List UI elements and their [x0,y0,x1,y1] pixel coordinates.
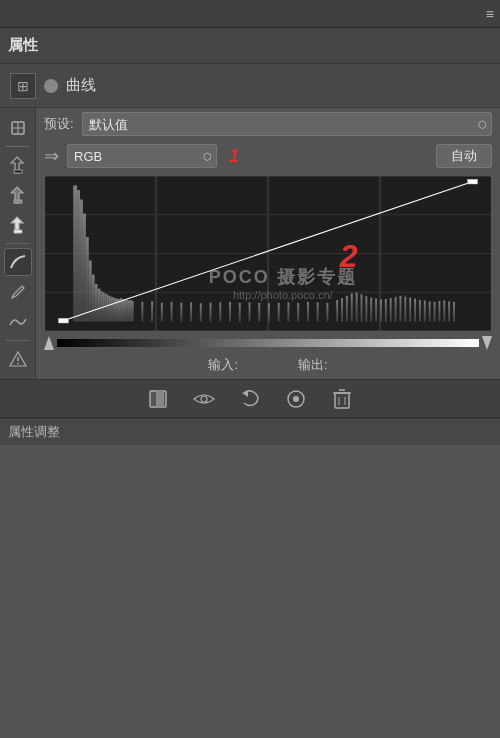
svg-rect-6 [14,200,22,203]
curves-adjustment-icon: ⊞ [10,73,36,99]
toolbar-divider-3 [6,340,30,341]
preset-select-wrapper: 默认值 自定义 线性 中等对比度 强对比度 ⬡ [82,112,492,136]
svg-rect-95 [156,391,164,407]
panel-menu-icon[interactable]: ≡ [486,6,494,22]
curve-line-svg [44,176,492,331]
properties-header: 属性 [0,28,500,64]
right-content: 预设: 默认值 自定义 线性 中等对比度 强对比度 ⬡ ⇒ RGB 红 绿 [36,108,500,379]
svg-rect-100 [335,393,349,408]
warning-tool-button[interactable] [4,345,32,373]
preset-select[interactable]: 默认值 自定义 线性 中等对比度 强对比度 [82,112,492,136]
properties-title: 属性 [8,36,38,55]
curves-header: ⊞ 曲线 [0,64,500,108]
main-area: 预设: 默认值 自定义 线性 中等对比度 强对比度 ⬡ ⇒ RGB 红 绿 [0,108,500,379]
channel-select[interactable]: RGB 红 绿 蓝 [67,144,217,168]
preset-label: 预设: [44,115,74,133]
eyedropper-gray-button[interactable] [4,181,32,209]
toolbar-divider-2 [6,243,30,244]
curve-tool-button[interactable] [4,248,32,276]
auto-button[interactable]: 自动 [436,144,492,168]
gradient-bar-container [44,335,492,351]
svg-point-12 [17,363,19,365]
eyedropper-white-button[interactable] [4,211,32,239]
svg-point-96 [201,396,207,402]
input-label: 输入: [208,356,238,374]
svg-rect-92 [59,318,69,323]
curves-dot [44,79,58,93]
output-label: 输出: [298,356,328,374]
bottom-toolbar [0,379,500,417]
svg-line-91 [63,182,472,321]
channel-arrow-icon: ⇒ [44,145,59,167]
undo-button[interactable] [236,385,264,413]
toolbar-divider-1 [6,146,30,147]
top-bar: ≡ [0,0,500,28]
gradient-handle-right[interactable] [482,336,492,350]
svg-point-99 [293,396,299,402]
eye-button[interactable] [190,385,218,413]
gradient-bar [56,338,480,348]
curve-container: 2 POCO 摄影专题 http://photo.poco.cn/ [44,176,492,331]
svg-rect-93 [468,179,478,184]
svg-rect-4 [14,170,22,173]
curves-title: 曲线 [66,76,96,95]
next-panel-title: 属性调整 [8,423,60,441]
channel-select-wrapper: RGB 红 绿 蓝 ⬡ [67,144,217,168]
add-mask-button[interactable] [144,385,172,413]
delete-button[interactable] [328,385,356,413]
gradient-handle-left[interactable] [44,336,54,350]
left-toolbar [0,108,36,379]
eyedropper-black-button[interactable] [4,151,32,179]
pointer-tool-button[interactable] [4,114,32,142]
visibility-toggle-button[interactable] [282,385,310,413]
rgb-row: ⇒ RGB 红 绿 蓝 ⬡ 1 自动 [36,140,500,172]
io-row: 输入: 输出: [36,351,500,379]
channel-number-label: 1 [229,146,239,167]
preset-row: 预设: 默认值 自定义 线性 中等对比度 强对比度 ⬡ [36,108,500,140]
smooth-tool-button[interactable] [4,308,32,336]
next-panel-header: 属性调整 [0,417,500,445]
svg-rect-8 [14,230,22,233]
pencil-tool-button[interactable] [4,278,32,306]
